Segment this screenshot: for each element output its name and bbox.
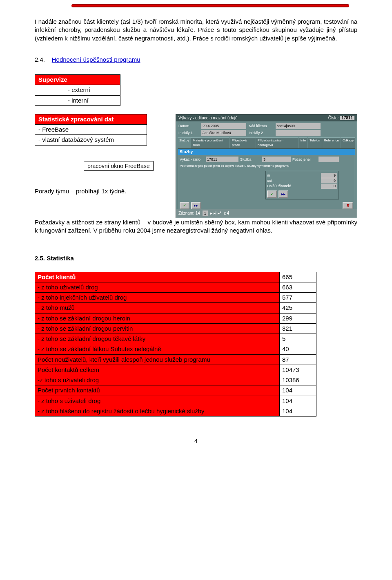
stats-row-label: Počet neuživatelů, kteří využili alespoň… bbox=[35, 354, 280, 365]
record-nav-bar: Záznam: 14 1 ▸ ▸| ▸* z 4 bbox=[176, 209, 357, 218]
tab-sluzby[interactable]: Služby bbox=[178, 137, 191, 148]
section-link[interactable]: Hodnocení úspěšnosti programu bbox=[52, 56, 140, 63]
stats-row-value: 40 bbox=[280, 344, 316, 354]
stats-row-label: - z toho se základní drogou těkavé látky bbox=[35, 334, 280, 344]
datum-label: Datum bbox=[178, 123, 199, 128]
in-label: in bbox=[267, 173, 270, 178]
statdat-row: - FreeBase bbox=[35, 125, 147, 135]
out-label: out bbox=[267, 178, 272, 183]
dalsi-label: Další uživatelé bbox=[267, 184, 291, 188]
statdat-header: Statistické zpracování dat bbox=[35, 114, 147, 124]
confirm-button[interactable]: ✓ bbox=[267, 190, 277, 198]
stats-row-value: 577 bbox=[280, 293, 316, 303]
next-button[interactable]: ▸▸ bbox=[278, 190, 288, 198]
check-icon: ✓ bbox=[183, 203, 186, 208]
section-2-4: 2.4. Hodnocení úspěšnosti programu bbox=[35, 56, 357, 64]
freebase-screenshot: Výkazy - editace a mazání údajů Číslo: 1… bbox=[176, 114, 357, 218]
paragraph-pozadavky: Požadavky a stížnosti ze strany klientů … bbox=[35, 218, 357, 235]
stats-header-label: Počet klientů bbox=[35, 272, 280, 282]
nav-total: z 4 bbox=[224, 211, 229, 216]
inic1-label: Iniciály 1 bbox=[178, 130, 199, 135]
stats-row-label: - z toho injekčních uživatelů drog bbox=[35, 293, 280, 303]
inic2-field[interactable] bbox=[276, 130, 321, 136]
tab-info[interactable]: Info bbox=[299, 137, 307, 148]
tab-reference[interactable]: Reference bbox=[322, 137, 341, 148]
stats-row-value: 321 bbox=[280, 323, 316, 334]
page-number: 4 bbox=[35, 437, 357, 445]
stats-row-value: 104 bbox=[280, 396, 316, 406]
stats-row-label: - z toho hlášeno do registru žádostí o l… bbox=[35, 406, 280, 416]
paragraph-intro: I nadále značnou část klientely (asi 1/3… bbox=[35, 18, 357, 43]
tabs: Služby Materiály pro snížení škod Případ… bbox=[176, 137, 357, 148]
stats-row-label: Počet kontaktů celkem bbox=[35, 365, 280, 375]
arrow-icon: ▸▸ bbox=[281, 191, 285, 197]
ok-button[interactable]: ✓ bbox=[180, 202, 189, 209]
stats-row-value: 425 bbox=[280, 303, 316, 313]
kod-field[interactable]: sar14jos09 bbox=[276, 123, 321, 129]
stats-row-value: 663 bbox=[280, 282, 316, 292]
stats-row-value: 104 bbox=[280, 385, 316, 396]
section-2-5: 2.5. Statistika bbox=[35, 254, 357, 262]
tab-telefon[interactable]: Telefon bbox=[308, 137, 322, 148]
nav-buttons[interactable]: ▸ ▸| ▸* bbox=[210, 211, 221, 216]
stats-row-label: - z toho s uživateli drog bbox=[35, 396, 280, 406]
stats-row-value: 104 bbox=[280, 406, 316, 416]
close-button[interactable]: ✘ bbox=[343, 202, 353, 209]
stats-table: Počet klientů 665 - z toho uživatelů dro… bbox=[35, 272, 316, 417]
out-value[interactable]: 9 bbox=[321, 178, 337, 183]
arrow-icon: ▸▸ bbox=[194, 203, 198, 208]
sluzba-label: Služba bbox=[240, 157, 261, 162]
supervize-row: - interní bbox=[35, 95, 120, 105]
inic2-label: Iniciály 2 bbox=[249, 130, 273, 135]
cislo-label: Číslo: bbox=[328, 116, 339, 120]
stats-row-label: Počet prvních kontaktů bbox=[35, 385, 280, 396]
sub-header: Služby bbox=[178, 149, 355, 155]
paragraph-porady: Porady týmu – probíhají 1x týdně. bbox=[35, 187, 169, 195]
stats-row-label: - z toho se základní drogou pervitin bbox=[35, 323, 280, 334]
cislo-value: 17811 bbox=[340, 116, 354, 120]
datum-field[interactable]: 29.4.2005 bbox=[201, 123, 246, 129]
stats-row-value: 5 bbox=[280, 334, 316, 344]
supervize-header: Supervize bbox=[35, 75, 120, 85]
supervize-table: Supervize - externí - interní bbox=[35, 74, 120, 106]
stats-row-value: 87 bbox=[280, 354, 316, 365]
stats-row-label: -z toho s uživateli drog bbox=[35, 375, 280, 385]
tab-materialy[interactable]: Materiály pro snížení škod bbox=[191, 137, 229, 148]
forward-button[interactable]: ▸▸ bbox=[191, 202, 201, 209]
dalsi-value[interactable]: 0 bbox=[321, 184, 337, 188]
stats-row-label: - z toho se základní drogou heroin bbox=[35, 313, 280, 323]
inic1-field[interactable]: Jaruška Musilová bbox=[201, 130, 246, 136]
section-number: 2.4. bbox=[35, 56, 45, 63]
shot-title: Výkazy - editace a mazání údajů bbox=[178, 115, 238, 121]
stats-row-label: - z toho uživatelů drog bbox=[35, 282, 280, 292]
jehly-panel: in9 out9 Další uživatelé0 ✓ ▸▸ bbox=[265, 171, 339, 199]
tab-pripad-nedrog[interactable]: Případová práce - nedrogová bbox=[256, 137, 298, 148]
in-value[interactable]: 9 bbox=[321, 173, 337, 178]
tab-pripad[interactable]: Případová práce bbox=[230, 137, 255, 148]
stats-row-value: 299 bbox=[280, 313, 316, 323]
vykaz-label: Výkaz - číslo bbox=[180, 157, 204, 162]
tab-odkazy[interactable]: Odkazy bbox=[341, 137, 355, 148]
nav-pos[interactable]: 1 bbox=[203, 211, 208, 216]
pocet-field[interactable] bbox=[318, 157, 339, 162]
caption-box: pracovní okno FreeBase bbox=[84, 161, 154, 171]
close-icon: ✘ bbox=[346, 203, 350, 208]
stats-header-value: 665 bbox=[280, 272, 316, 282]
stats-row-label: - z toho mužů bbox=[35, 303, 280, 313]
note-text: Podformulář pro počet jehel se objeví po… bbox=[180, 164, 353, 168]
top-divider bbox=[71, 4, 349, 7]
zaznam-label: Záznam: 14 bbox=[178, 211, 200, 216]
sluzba-field[interactable]: 3 bbox=[262, 157, 291, 162]
stats-row-value: 10473 bbox=[280, 365, 316, 375]
pocet-label: Počet jehel bbox=[292, 157, 317, 162]
stats-row-value: 10386 bbox=[280, 375, 316, 385]
statdat-table: Statistické zpracování dat - FreeBase - … bbox=[35, 114, 147, 146]
supervize-row: - externí bbox=[35, 85, 120, 95]
stats-row-label: - z toho se základní látkou Subutex nele… bbox=[35, 344, 280, 354]
check-icon: ✓ bbox=[270, 191, 274, 197]
kod-label: Kód klienta bbox=[249, 123, 273, 128]
vykaz-field[interactable]: 17811 bbox=[206, 157, 238, 162]
statdat-row: - vlastní databázový systém bbox=[35, 135, 147, 145]
